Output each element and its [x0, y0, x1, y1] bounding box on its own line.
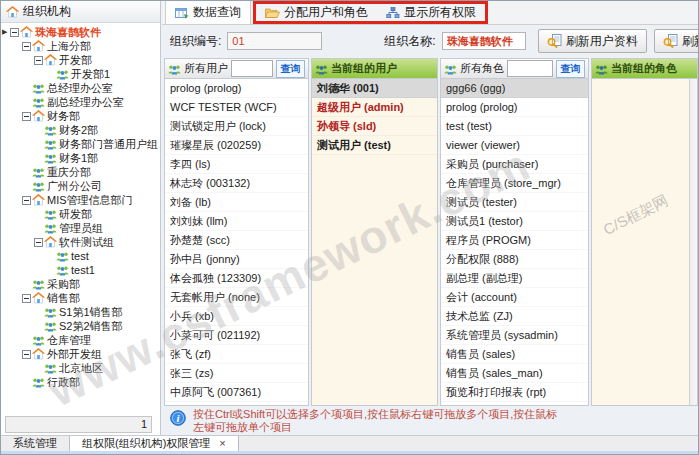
org-tree: ▶ 珠海喜鹊软件 ▶ 上海分部 ▶	[1, 25, 160, 400]
tree-item[interactable]: ▶ 财务部	[1, 109, 160, 123]
tree-item[interactable]: ▶ test	[1, 249, 160, 263]
user-list-item[interactable]: 孙中吕 (jonny)	[165, 250, 308, 269]
group-roles-title: 当前组的角色	[611, 61, 677, 76]
user-list-item[interactable]: 璀璨星辰 (020259)	[165, 136, 308, 155]
role-list-item[interactable]: 系统管理员 (sysadmin)	[441, 326, 588, 345]
tree-item[interactable]: ▶ 重庆分部	[1, 165, 160, 179]
tree-expander-icon[interactable]	[10, 28, 19, 37]
user-list-item[interactable]: prolog (prolog)	[165, 79, 308, 98]
tab-group-permission-management[interactable]: 组权限(组织机构)权限管理 ×	[69, 436, 239, 451]
tree-item[interactable]: ▶ 副总经理办公室	[1, 95, 160, 109]
user-list-item[interactable]: 孙楚楚 (scc)	[165, 231, 308, 250]
user-list-item[interactable]: 张飞 (zf)	[165, 345, 308, 364]
role-list-item[interactable]: 销售员 (sales_man)	[441, 364, 588, 383]
tab-system-management[interactable]: 系统管理	[1, 436, 69, 451]
user-list-item[interactable]: 刘刘妹 (llm)	[165, 212, 308, 231]
tree-expander-icon[interactable]	[22, 196, 31, 205]
tree-expander-icon[interactable]	[34, 238, 43, 247]
role-list-item[interactable]: 技术总监 (ZJ)	[441, 307, 588, 326]
role-list-item[interactable]: prolog (prolog)	[441, 98, 588, 117]
all-roles-search-button[interactable]: 查询	[556, 60, 585, 78]
user-list-item[interactable]: 中原阿飞 (007361)	[165, 383, 308, 402]
user-list-item-label: 刘刘妹 (llm)	[170, 215, 227, 227]
group-user-list-item[interactable]: 孙领导 (sld)	[312, 117, 437, 136]
tree-item[interactable]: ▶ 总经理办公室	[1, 81, 160, 95]
tree-item[interactable]: ▶ 销售部	[1, 291, 160, 305]
tree-item[interactable]: ▶ S1第1销售部	[1, 305, 160, 319]
tree-item[interactable]: ▶ 财务1部	[1, 151, 160, 165]
role-list-item[interactable]: 会计 (account)	[441, 288, 588, 307]
group-user-list-item[interactable]: 测试用户 (test)	[312, 136, 437, 155]
all-users-search-button[interactable]: 查询	[276, 60, 305, 78]
role-list-item[interactable]: 销售员 (sales)	[441, 345, 588, 364]
all-roles-search-input[interactable]	[507, 60, 553, 77]
tab-assign-users-roles[interactable]: 分配用户和角色	[256, 4, 377, 21]
tree-item[interactable]: ▶ 北京地区	[1, 361, 160, 375]
user-list-item[interactable]: 小菜可可 (021192)	[165, 326, 308, 345]
org-name-field[interactable]	[442, 32, 526, 50]
role-list-item[interactable]: 测试员 (tester)	[441, 193, 588, 212]
role-list-item[interactable]: 仓库管理员 (store_mgr)	[441, 174, 588, 193]
tree-expander-icon[interactable]	[22, 350, 31, 359]
role-list-item-label: 销售员 (sales)	[446, 348, 515, 360]
tree-expander-icon[interactable]	[22, 42, 31, 51]
tab-data-query[interactable]: 数据查询	[165, 1, 251, 24]
all-users-search-input[interactable]	[231, 60, 273, 77]
tree-item[interactable]: ▶ 外部开发组	[1, 347, 160, 361]
close-tab-icon[interactable]: ×	[219, 438, 225, 449]
tree-item-label: 财务2部	[59, 123, 98, 138]
group-user-list-item-label: 超级用户 (admin)	[317, 101, 404, 113]
tree-item[interactable]: ▶ 研发部	[1, 207, 160, 221]
tree-item[interactable]: ▶ 软件测试组	[1, 235, 160, 249]
user-list-item-label: 无套帐用户 (none)	[170, 291, 260, 303]
role-list-item-label: prolog (prolog)	[446, 101, 518, 113]
tree-item[interactable]: ▶ 采购部	[1, 277, 160, 291]
refresh-users-button[interactable]: 刷新用户资料	[538, 29, 647, 53]
user-list-item[interactable]: 测试锁定用户 (lock)	[165, 117, 308, 136]
user-list-item[interactable]: WCF TESTER (WCF)	[165, 98, 308, 117]
tree-item[interactable]: ▶ 开发部	[1, 53, 160, 67]
org-code-field[interactable]	[227, 32, 322, 50]
tree-item[interactable]: ▶ 广州分公司	[1, 179, 160, 193]
tree-item[interactable]: ▶ 开发部1	[1, 67, 160, 81]
org-tree-panel-header: 组织机构	[1, 1, 160, 23]
user-list-item[interactable]: 林志玲 (003132)	[165, 174, 308, 193]
user-list-item-label: 林志玲 (003132)	[170, 177, 250, 189]
group-roles-scrollbar[interactable]	[689, 79, 697, 405]
refresh-roles-button[interactable]: 刷新角色资料	[654, 29, 699, 53]
user-list-item[interactable]: 张三 (zs)	[165, 364, 308, 383]
role-list-item[interactable]: 副总理 (副总理)	[441, 269, 588, 288]
users-icon	[315, 63, 328, 75]
tree-item[interactable]: ▶ 仓库管理	[1, 333, 160, 347]
tree-item[interactable]: ▶ 财务部门普通用户组	[1, 137, 160, 151]
user-list-item[interactable]: 李四 (ls)	[165, 155, 308, 174]
tree-expander-icon[interactable]	[22, 294, 31, 303]
role-list-item[interactable]: 程序员 (PROGM)	[441, 231, 588, 250]
role-list-item[interactable]: ggg66 (ggg)	[441, 79, 588, 98]
group-user-list-item-label: 刘德华 (001)	[317, 82, 379, 94]
user-list-item[interactable]: 体会孤独 (123309)	[165, 269, 308, 288]
group-user-list-item[interactable]: 超级用户 (admin)	[312, 98, 437, 117]
tree-expander-icon[interactable]	[22, 112, 31, 121]
user-list-item[interactable]: 刘备 (lb)	[165, 193, 308, 212]
org-form-row: 组织编号: 组织名称: 刷新用户资料 刷新角色资料	[162, 25, 698, 57]
role-list-item[interactable]: 分配权限 (888)	[441, 250, 588, 269]
user-list-item[interactable]: 小兵 (xb)	[165, 307, 308, 326]
tree-item[interactable]: ▶ 上海分部	[1, 39, 160, 53]
tree-expander-icon[interactable]	[34, 56, 43, 65]
role-list-item[interactable]: 测试员1 (testor)	[441, 212, 588, 231]
tree-item[interactable]: ▶ test1	[1, 263, 160, 277]
tree-item[interactable]: ▶ MIS管理信息部门	[1, 193, 160, 207]
group-user-list-item[interactable]: 刘德华 (001)	[312, 79, 437, 98]
role-list-item[interactable]: test (test)	[441, 117, 588, 136]
user-list-item[interactable]: 无套帐用户 (none)	[165, 288, 308, 307]
role-list-item[interactable]: 采购员 (purchaser)	[441, 155, 588, 174]
tree-item[interactable]: ▶ 行政部	[1, 375, 160, 389]
tab-show-all-permissions[interactable]: 显示所有权限	[377, 4, 485, 21]
tree-item[interactable]: ▶ 珠海喜鹊软件	[1, 25, 160, 39]
tree-item[interactable]: ▶ 管理员组	[1, 221, 160, 235]
role-list-item[interactable]: viewer (viewer)	[441, 136, 588, 155]
tree-item[interactable]: ▶ 财务2部	[1, 123, 160, 137]
tree-item[interactable]: ▶ S2第2销售部	[1, 319, 160, 333]
role-list-item[interactable]: 预览和打印报表 (rpt)	[441, 383, 588, 402]
